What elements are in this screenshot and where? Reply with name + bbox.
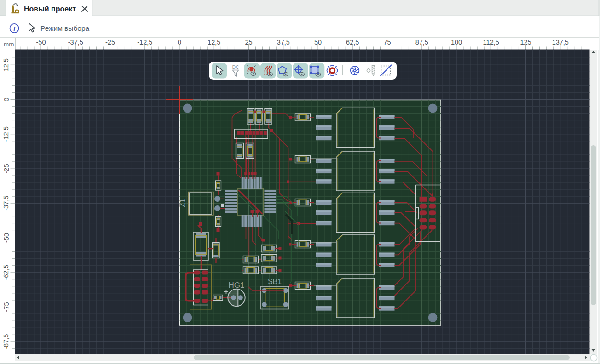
svg-text:-50: -50 <box>3 233 10 243</box>
svg-text:0: 0 <box>3 97 10 101</box>
svg-text:Z1: Z1 <box>179 199 186 207</box>
svg-text:-75: -75 <box>3 302 10 312</box>
svg-text:HG1: HG1 <box>229 281 245 290</box>
svg-text:mm: mm <box>4 41 14 48</box>
svg-text:-62,5: -62,5 <box>3 265 10 280</box>
svg-text:12,5: 12,5 <box>3 58 10 71</box>
svg-text:-37,5: -37,5 <box>3 196 10 211</box>
svg-text:Новый проект: Новый проект <box>24 5 76 13</box>
svg-text:SB1: SB1 <box>268 278 282 285</box>
svg-text:-12,5: -12,5 <box>3 126 10 142</box>
svg-text:DC: DC <box>232 65 239 70</box>
svg-text:Режим выбора: Режим выбора <box>40 24 90 32</box>
svg-text:-25: -25 <box>3 164 10 174</box>
